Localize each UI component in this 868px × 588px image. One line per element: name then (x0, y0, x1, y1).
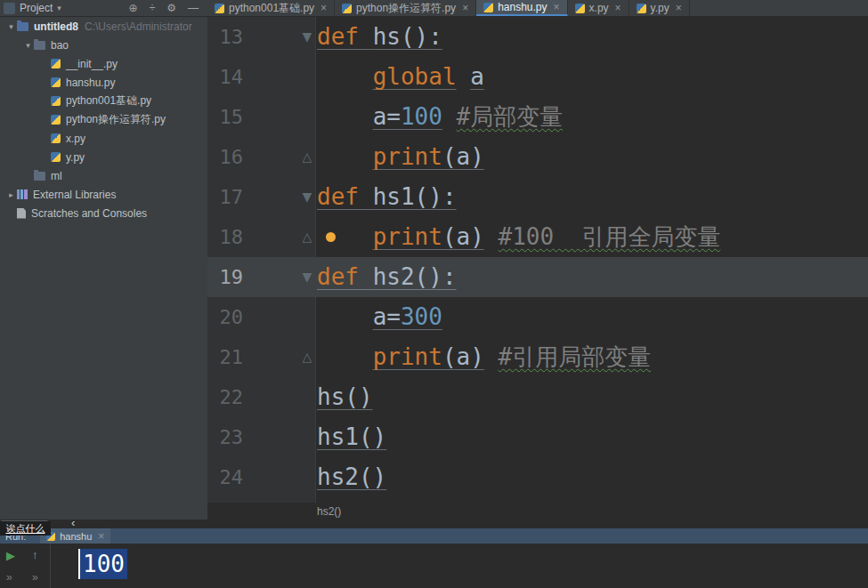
line-number: 18 (207, 217, 243, 257)
tree-item-hanshu.py[interactable]: hanshu.py (0, 73, 207, 92)
line-number: 23 (207, 417, 243, 457)
expand-toolbar-icon-2[interactable]: » (32, 571, 38, 584)
close-icon[interactable]: × (615, 2, 621, 14)
py-icon (51, 96, 61, 106)
editor[interactable]: 13▼def hs():14 global a15 a=100 #局部变量16△… (207, 17, 868, 503)
rerun-play-icon[interactable]: ▶ (6, 549, 15, 562)
code-line-20[interactable]: 20 a=300 (207, 297, 868, 337)
fold-collapse-icon[interactable]: ▼ (298, 177, 316, 217)
tab-y.py[interactable]: y.py× (629, 0, 690, 16)
close-icon[interactable]: × (676, 2, 682, 14)
tree-item-__init__.py[interactable]: __init__.py (0, 54, 207, 73)
folder-icon (34, 41, 45, 50)
folder-icon (34, 172, 45, 181)
token-fn: hs(): (373, 23, 442, 50)
code-line-23[interactable]: 23hs1() (207, 417, 868, 457)
fold-spacer (298, 417, 316, 457)
tree-label: ml (51, 170, 62, 182)
py-icon (51, 133, 61, 143)
run-tab-hanshu[interactable]: hanshu × (40, 528, 110, 544)
tab-python001基础.py[interactable]: python001基础.py× (207, 0, 335, 16)
fold-end-icon[interactable]: △ (298, 337, 316, 377)
settings-icon[interactable]: ⚙ (166, 2, 176, 14)
close-icon[interactable]: × (554, 1, 560, 13)
chevron-left-icon[interactable]: ‹ (71, 516, 75, 529)
console-output[interactable]: 100 (51, 544, 868, 588)
run-header: Run: hanshu × (0, 528, 868, 544)
breadcrumb-item[interactable]: hs2() (317, 505, 341, 518)
tree-item-python001基础.py[interactable]: python001基础.py (0, 92, 207, 110)
fold-end-icon[interactable]: △ (298, 137, 316, 177)
fold-spacer (298, 457, 316, 497)
code-line-17[interactable]: 17▼def hs1(): (207, 177, 868, 217)
chevron-right-icon[interactable]: ▸ (5, 190, 17, 199)
console-output-selection[interactable]: 100 (78, 549, 127, 579)
library-icon (17, 189, 28, 199)
token-kw: print (373, 143, 442, 170)
python-file-icon (637, 4, 646, 13)
project-tool-window-icon[interactable] (4, 3, 15, 14)
token-kw: def (317, 183, 373, 210)
code-line-24[interactable]: 24hs2() (207, 457, 868, 497)
tab-x.py[interactable]: x.py× (568, 0, 629, 16)
code-text: def hs1(): (316, 177, 457, 217)
intention-bulb-icon[interactable] (326, 232, 336, 242)
tree-item-bao[interactable]: ▾bao (0, 36, 207, 54)
tab-label: x.py (589, 2, 609, 14)
run-panel: Run: hanshu × ▶ ↑ » » 100 (0, 528, 868, 588)
tree-label: bao (51, 39, 69, 52)
fold-collapse-icon[interactable]: ▼ (298, 257, 316, 297)
code-line-22[interactable]: 22hs() (207, 377, 868, 417)
chevron-down-icon[interactable]: ▾ (5, 22, 17, 31)
tab-label: y.py (651, 2, 669, 14)
close-icon[interactable]: × (320, 2, 327, 14)
fold-spacer (298, 377, 316, 417)
token-kw: def (317, 263, 373, 290)
code-line-21[interactable]: 21△ print(a) #引用局部变量 (207, 337, 868, 377)
locate-icon[interactable]: ⊕ (129, 2, 138, 14)
tree-item-x.py[interactable]: x.py (0, 129, 207, 148)
tree-label: Scratches and Consoles (31, 207, 147, 220)
tree-item-ml[interactable]: ml (0, 166, 207, 185)
code-line-18[interactable]: 18△ print(a) #100 引用全局变量 (207, 217, 868, 257)
code-line-14[interactable]: 14 global a (207, 57, 868, 97)
line-number: 19 (207, 257, 243, 297)
expand-toolbar-icon[interactable]: » (6, 571, 12, 584)
run-console: ▶ ↑ » » 100 (0, 544, 868, 588)
python-file-icon (215, 4, 224, 13)
fold-collapse-icon[interactable]: ▼ (298, 17, 316, 57)
code-text: hs() (316, 377, 373, 417)
hide-panel-icon[interactable]: — (188, 2, 199, 14)
tab-hanshu.py[interactable]: hanshu.py× (476, 0, 567, 16)
tree-item-y.py[interactable]: y.py (0, 148, 207, 166)
py-icon (51, 59, 61, 68)
tab-python操作运算符.py[interactable]: python操作运算符.py× (335, 0, 476, 16)
ime-popup: 诶点什么 (0, 521, 51, 536)
code-line-16[interactable]: 16△ print(a) (207, 137, 868, 177)
up-arrow-icon[interactable]: ↑ (32, 548, 38, 561)
token-pl: (a) (442, 143, 484, 170)
token-cm: #局部变量 (457, 103, 564, 130)
project-selector[interactable]: Project (20, 2, 53, 14)
project-tree: ▾untitled8C:\Users\Administrator▾bao__in… (0, 17, 207, 222)
chevron-down-icon[interactable]: ▾ (57, 4, 61, 12)
tree-label: untitled8 (34, 20, 78, 33)
token-fn: hs2(): (373, 263, 457, 290)
tree-item-untitled8[interactable]: ▾untitled8C:\Users\Administrator (0, 17, 207, 36)
close-icon[interactable]: × (462, 2, 468, 14)
tree-item-External Libraries[interactable]: ▸External Libraries (0, 185, 207, 204)
token-ws (317, 103, 373, 130)
tree-item-Scratches and Consoles[interactable]: Scratches and Consoles (0, 204, 207, 222)
line-number: 14 (207, 57, 243, 97)
token-cm: #100 引用全局变量 (499, 223, 721, 250)
chevron-down-icon[interactable]: ▾ (22, 41, 34, 50)
fold-end-icon[interactable]: △ (298, 217, 316, 257)
line-number: 22 (207, 377, 243, 417)
token-ws (317, 303, 373, 330)
code-line-13[interactable]: 13▼def hs(): (207, 17, 868, 57)
code-line-15[interactable]: 15 a=100 #局部变量 (207, 97, 868, 137)
tree-item-python操作运算符.py[interactable]: python操作运算符.py (0, 110, 207, 129)
collapse-all-icon[interactable]: ÷ (150, 2, 156, 14)
code-line-19[interactable]: 19▼def hs2(): (207, 257, 868, 297)
close-icon[interactable]: × (98, 530, 104, 543)
